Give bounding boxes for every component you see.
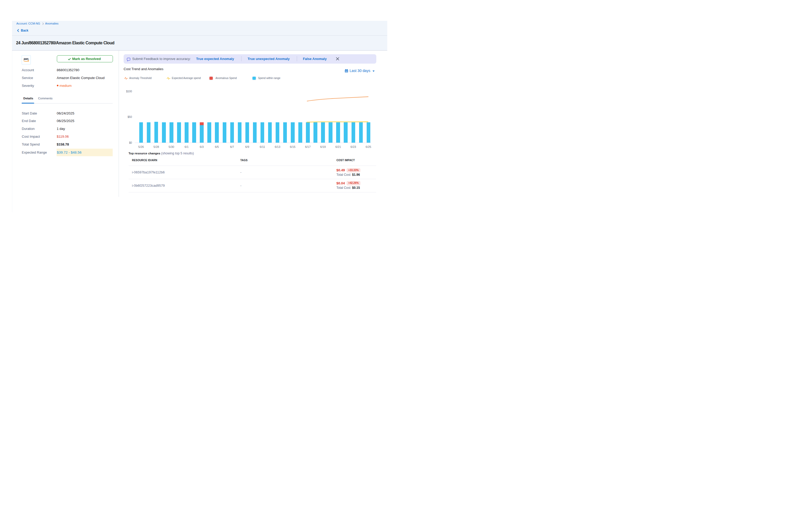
svg-text:aws: aws	[24, 57, 29, 61]
